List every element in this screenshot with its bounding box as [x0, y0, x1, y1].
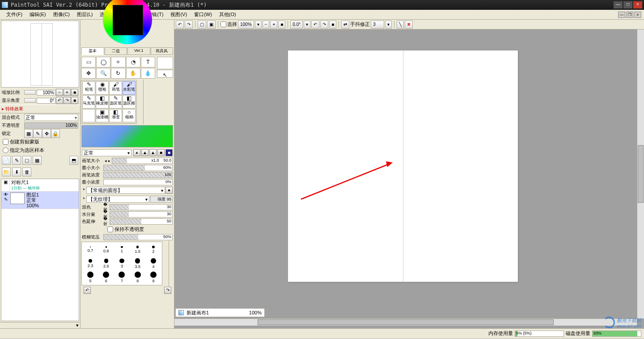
brush-模糊[interactable]: ○模糊 [123, 109, 136, 122]
brush-喷枪[interactable]: ◉喷枪 [96, 81, 109, 95]
size-8[interactable]: 8 [130, 271, 145, 284]
maximize-button[interactable]: □ [623, 1, 632, 8]
clip-mask-checkbox[interactable] [3, 139, 8, 145]
close-button[interactable]: × [633, 1, 642, 8]
brush-橡皮擦[interactable]: ◧橡皮擦 [96, 95, 109, 109]
doc-restore-button[interactable]: ❐ [626, 12, 633, 18]
rotate-ccw-button[interactable]: ↶ [56, 97, 63, 104]
size-6[interactable]: 6 [98, 271, 114, 284]
slider-画笔大小[interactable]: x1.0 50.0 [112, 158, 173, 164]
angle-value[interactable]: 0° [37, 98, 55, 104]
lock-pixels-button[interactable]: ▦ [24, 129, 33, 138]
brush-tex-select[interactable]: 【无纹理】 [86, 196, 149, 203]
menu-layer[interactable]: 图层(L) [73, 10, 96, 19]
new-linework-button[interactable]: ✎ [12, 156, 21, 165]
transparent-swatch[interactable]: ↖ [157, 70, 173, 78]
vertical-scrollbar[interactable] [637, 29, 644, 318]
slider-水分量[interactable]: 30 [110, 211, 173, 218]
shape-tool[interactable]: ◔ [126, 57, 140, 67]
brush-shape-select[interactable]: 【常规的圆形】 [86, 187, 165, 194]
rot-cw-btn[interactable]: ↷ [320, 21, 328, 29]
angle-field[interactable]: 0.0° [290, 21, 303, 29]
fg-color-swatch[interactable] [157, 57, 173, 69]
stabilizer-value[interactable]: 3 [371, 21, 384, 29]
slider-色延伸[interactable]: 50 [110, 218, 173, 225]
slider-最小大小[interactable]: 60% [103, 165, 173, 171]
delete-layer-button[interactable]: 🗑 [22, 167, 31, 176]
brush-铅笔[interactable]: ✎铅笔 [82, 81, 95, 95]
size-2[interactable]: 2 [146, 243, 161, 256]
stabilizer-dropdown[interactable]: ▾ [385, 21, 392, 29]
zoom-in-btn[interactable]: + [270, 21, 277, 29]
wand-tool[interactable]: ✧ [111, 57, 125, 67]
edit-icon[interactable]: ✎ [2, 197, 10, 202]
brush-blend-select[interactable]: 正常 [82, 149, 131, 156]
new-mask-button[interactable]: ▢ [22, 156, 31, 165]
size-2.6[interactable]: 2.6 [98, 257, 114, 270]
navigator[interactable] [1, 21, 79, 88]
brush-选区擦[interactable]: ◧选区擦 [123, 95, 136, 109]
opacity-slider[interactable]: 100% [24, 122, 78, 129]
sel-checkbox[interactable] [220, 21, 226, 27]
tab-paintstyle[interactable]: 画具风 [151, 47, 174, 55]
brush-水彩笔[interactable]: 🖌水彩笔 [123, 81, 136, 95]
zoom-slider[interactable] [24, 90, 36, 95]
visibility-icon[interactable]: 👁 [2, 192, 10, 197]
rot-reset-btn[interactable]: ■ [329, 21, 336, 29]
new-group-button[interactable]: ▦ [33, 156, 42, 165]
size-1.5[interactable]: 1.5 [130, 243, 145, 256]
text-tool[interactable]: T [141, 57, 155, 67]
redo-button[interactable]: ↷ [185, 21, 193, 29]
zoom-reset-button[interactable]: ■ [71, 89, 78, 96]
brush-tip-1[interactable]: ▲ [133, 149, 140, 156]
rotate-reset-button[interactable]: ■ [71, 97, 78, 104]
lasso-tool[interactable]: ◯ [96, 57, 110, 67]
brush-tip-5[interactable]: ■ [165, 149, 173, 156]
undo-brush-button[interactable]: ↶ [84, 287, 91, 294]
undo-button[interactable]: ↶ [176, 21, 184, 29]
keep-opacity-checkbox[interactable] [107, 226, 113, 232]
brush-tip-4[interactable]: ■ [157, 149, 165, 156]
rotate-tool[interactable]: ↻ [111, 68, 125, 79]
angle-slider[interactable] [24, 98, 36, 103]
lock-all-button[interactable]: 🔒 [51, 129, 60, 138]
brush-画笔[interactable]: 🖌画笔 [109, 81, 122, 95]
move-tool[interactable]: ✥ [81, 68, 96, 79]
doc-minimize-button[interactable]: — [618, 12, 625, 18]
scratchpad[interactable] [81, 125, 173, 147]
lock-move-button[interactable]: ✥ [42, 129, 51, 138]
invert-sel-button[interactable]: ▣ [207, 21, 216, 29]
brush-shape-btn[interactable]: ● [165, 187, 173, 194]
tab-basic[interactable]: 基本 [81, 47, 104, 55]
slider-最小浓度[interactable]: 0% [103, 179, 173, 185]
size-3[interactable]: 3 [114, 257, 129, 270]
menu-window[interactable]: 窗口(W) [191, 10, 216, 19]
brush-tip-3[interactable]: ▲ [149, 149, 157, 156]
expand-icon[interactable]: ▸ [82, 187, 86, 194]
brush-scrollbar[interactable] [143, 80, 148, 124]
flip-h-button[interactable]: ⇄ [341, 21, 349, 29]
brush-油漆桶[interactable]: ▣油漆桶 [96, 109, 109, 122]
transfer-down-button[interactable]: ⬒ [69, 156, 78, 165]
rotate-cw-button[interactable]: ↷ [64, 97, 71, 104]
size-0.7[interactable]: 0.7 [83, 243, 98, 256]
minimize-button[interactable]: — [614, 1, 623, 8]
menu-other[interactable]: 其他(O) [216, 10, 240, 19]
expand-icon[interactable]: ▸ [82, 196, 86, 203]
size-scrollbar[interactable] [169, 241, 174, 286]
slider-混色[interactable]: 30 [110, 204, 173, 210]
zoom-value[interactable]: 100% [37, 90, 55, 96]
blend-mode-select[interactable]: 正常 [24, 114, 78, 121]
zoom-field[interactable]: 100% [238, 21, 254, 29]
zoom-tool[interactable]: 🔍 [96, 68, 110, 79]
layer-item-1[interactable]: 👁✎ 图层1正常100% [1, 192, 79, 209]
line-tool-icon[interactable]: ╲ [397, 21, 404, 29]
zoom-dropdown[interactable]: ▾ [255, 21, 262, 29]
size-1[interactable]: 1 [114, 243, 129, 256]
color-wheel[interactable] [80, 20, 174, 46]
zoom-out-btn[interactable]: − [263, 21, 270, 29]
menu-view[interactable]: 视图(V) [167, 10, 191, 19]
new-folder-button[interactable]: 📁 [2, 167, 11, 176]
zoom-out-button[interactable]: − [56, 89, 63, 96]
tab-ver1[interactable]: Ver.1 [127, 47, 150, 55]
